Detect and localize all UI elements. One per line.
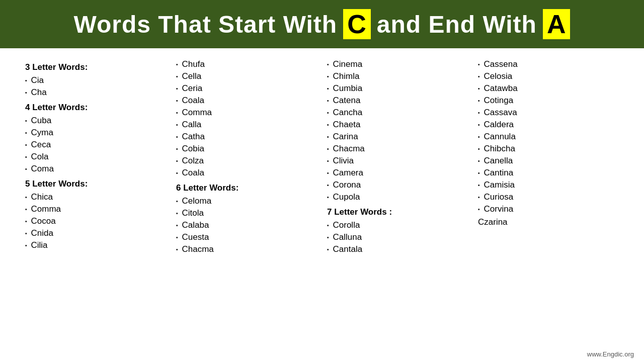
word-text: Cantina [484, 168, 514, 178]
list-item: Chacma [176, 243, 317, 255]
word-text: Citola [182, 208, 204, 218]
word-text: Chufa [182, 59, 205, 69]
word-list-0-1: CubaCymaCecaColaComa [25, 115, 166, 175]
letter-c: C [343, 9, 371, 39]
title-prefix: Words That Start With [74, 11, 338, 38]
word-text: Coala [182, 96, 204, 106]
list-item: Catawba [478, 82, 619, 95]
list-item: Colza [176, 155, 317, 167]
section-header-2-1: 7 Letter Words : [327, 207, 468, 217]
word-text: Cnida [31, 228, 53, 238]
list-item: Cuesta [176, 231, 317, 243]
footer-url: www.Engdic.org [587, 350, 634, 358]
list-item: Cia [25, 74, 166, 86]
list-item: Citola [176, 207, 317, 219]
letter-a: A [543, 9, 571, 39]
list-item: Catha [176, 131, 317, 143]
list-item: Cannula [478, 131, 619, 143]
list-item: Cyma [25, 127, 166, 139]
list-item: Calaba [176, 219, 317, 231]
word-text: Cassava [484, 108, 517, 118]
word-text: Cassena [484, 59, 518, 69]
word-text: Chibcha [484, 144, 515, 154]
word-text: Chacma [333, 144, 365, 154]
list-item: Cantina [478, 167, 619, 179]
list-item: Cha [25, 86, 166, 99]
list-item: Chacma [327, 143, 468, 155]
title-middle: and End With [377, 11, 537, 38]
list-item: Cnida [25, 227, 166, 239]
list-item: Cantala [327, 243, 468, 255]
word-text: Cinema [333, 59, 363, 69]
word-text: Camera [333, 168, 363, 178]
word-text: Comma [182, 108, 212, 118]
word-list-1-1: CelomaCitolaCalabaCuestaChacma [176, 195, 317, 255]
section-header-1-1: 6 Letter Words: [176, 183, 317, 193]
word-text: Ceca [31, 140, 51, 150]
word-text: Cantala [333, 244, 363, 254]
list-item: Celoma [176, 195, 317, 207]
word-text: Cilia [31, 240, 48, 250]
word-text: Cella [182, 71, 202, 81]
list-item: Camisia [478, 179, 619, 191]
list-item: Cella [176, 70, 317, 82]
word-text: Carina [333, 132, 358, 142]
word-text: Cha [31, 87, 47, 98]
word-list-0-0: CiaCha [25, 74, 166, 99]
word-list-2-0: CinemaChimlaCumbiaCatenaCanchaChaetaCari… [327, 58, 468, 203]
word-text: Caldera [484, 120, 514, 130]
list-item: Comma [176, 107, 317, 119]
word-text: Cuba [31, 116, 52, 126]
list-item: Chaeta [327, 119, 468, 131]
list-item: Cuba [25, 115, 166, 127]
word-text: Calla [182, 120, 202, 130]
word-text: Celoma [182, 196, 212, 206]
column-4: CassenaCelosiaCatawbaCotingaCassavaCalde… [473, 58, 624, 255]
word-list-2-1: CorollaCallunaCantala [327, 219, 468, 255]
word-text: Camisia [484, 180, 515, 190]
list-item: Ceria [176, 82, 317, 95]
word-text: Chaeta [333, 120, 361, 130]
word-text: Cyma [31, 128, 53, 138]
list-item: Cupola [327, 191, 468, 203]
list-item: Corona [327, 179, 468, 191]
list-item: Comma [25, 203, 166, 215]
word-text: Coala [182, 168, 204, 178]
list-item: Ceca [25, 139, 166, 151]
word-list-0-2: ChicaCommaCocoaCnidaCilia [25, 191, 166, 251]
column-1: 3 Letter Words:CiaCha4 Letter Words:Cuba… [20, 58, 171, 255]
list-item: Curiosa [478, 191, 619, 203]
list-item: Coala [176, 95, 317, 107]
list-item: Corolla [327, 219, 468, 231]
page-header: Words That Start With C and End With A [0, 0, 644, 48]
word-text: Cia [31, 75, 44, 85]
word-text: Chica [31, 192, 53, 202]
word-text: Cocoa [31, 216, 56, 226]
list-item: Calluna [327, 231, 468, 243]
word-text: Calaba [182, 220, 209, 230]
word-text: Clivia [333, 156, 354, 166]
word-text: Corvina [484, 204, 514, 214]
word-text: Cannula [484, 132, 516, 142]
word-text: Colza [182, 156, 204, 166]
word-text: Cotinga [484, 96, 514, 106]
list-item: Corvina [478, 203, 619, 215]
section-header-0-2: 5 Letter Words: [25, 179, 166, 189]
list-item: Coala [176, 167, 317, 179]
list-item: Chica [25, 191, 166, 203]
word-text: Catha [182, 132, 205, 142]
word-list-3-0: CassenaCelosiaCatawbaCotingaCassavaCalde… [478, 58, 619, 215]
main-title: Words That Start With C and End With A [74, 9, 571, 39]
word-text: Canella [484, 156, 513, 166]
column-3: CinemaChimlaCumbiaCatenaCanchaChaetaCari… [322, 58, 473, 255]
list-item: Clivia [327, 155, 468, 167]
word-text: Catawba [484, 83, 518, 94]
list-item: Cola [25, 151, 166, 163]
column-2: ChufaCellaCeriaCoalaCommaCallaCathaCobia… [171, 58, 322, 255]
list-item: Chimla [327, 70, 468, 82]
standalone-word: Czarina [478, 217, 619, 227]
word-text: Cancha [333, 108, 363, 118]
word-text: Catena [333, 96, 361, 106]
section-header-0-0: 3 Letter Words: [25, 62, 166, 72]
word-text: Cuesta [182, 232, 209, 242]
